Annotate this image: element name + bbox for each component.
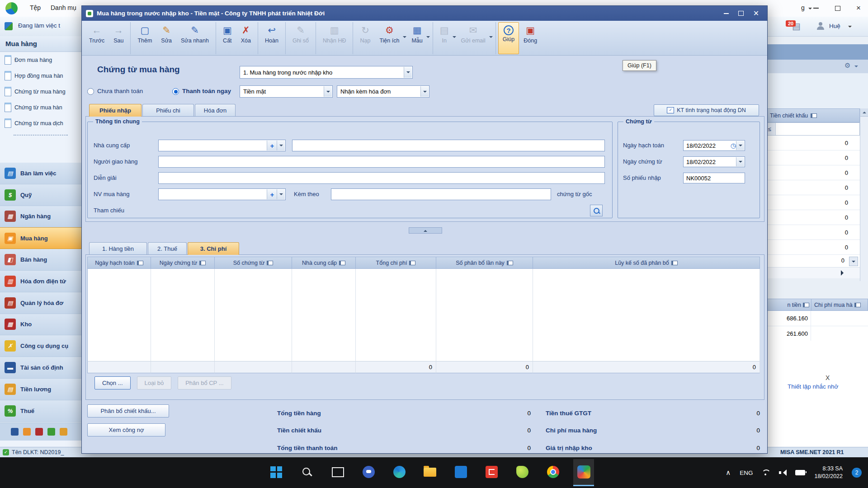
discount-column-header[interactable]: Tiền chiết khấu xyxy=(763,108,860,122)
gear-icon[interactable]: ⚙ xyxy=(844,61,850,70)
pay-later-label[interactable]: Chưa thanh toán xyxy=(97,88,143,94)
pay-later-radio[interactable] xyxy=(87,88,94,95)
tab-phieu-chi[interactable]: Phiếu chi xyxy=(142,104,194,117)
sidebar-link[interactable]: Chứng từ mua hàn xyxy=(0,99,81,115)
pay-now-radio[interactable] xyxy=(172,88,179,95)
chon-button[interactable]: Chọn ... xyxy=(94,376,131,389)
play-right-icon[interactable] xyxy=(841,270,846,276)
chevron-down-icon[interactable] xyxy=(324,86,332,97)
grid-icon[interactable] xyxy=(11,428,19,436)
pin-icon[interactable] xyxy=(803,303,809,307)
battery-icon[interactable] xyxy=(795,470,805,475)
main-minimize-button[interactable] xyxy=(809,3,823,14)
column-header[interactable]: Ngày hạch toán xyxy=(87,257,151,269)
menu-tep[interactable]: Tệp xyxy=(30,4,41,11)
sidebar-link[interactable]: Đơn mua hàng xyxy=(0,52,81,68)
back-button[interactable]: ← Trước xyxy=(85,22,109,54)
add-buyer-button[interactable]: + xyxy=(267,189,277,199)
sidebar-module-quan-ly-hoa-don[interactable]: ▤ Quản lý hóa đơ xyxy=(0,292,81,314)
coin-icon[interactable] xyxy=(47,428,55,436)
posting-date-picker[interactable]: 18/02/2022 ◷ xyxy=(683,140,745,151)
utilities-button[interactable]: ⚙ Tiện ích xyxy=(375,22,407,54)
collapse-header-button[interactable] xyxy=(409,227,442,234)
sidebar-module-ban-hang[interactable]: ◧ Bán hàng xyxy=(0,249,81,271)
user-icon[interactable] xyxy=(60,428,67,436)
column-header[interactable]: Số phân bổ lần này xyxy=(436,257,533,269)
chevron-down-icon[interactable] xyxy=(736,141,744,150)
chevron-down-icon[interactable] xyxy=(854,66,858,69)
quick-edit-button[interactable]: ✎ Sửa nhanh xyxy=(176,22,213,54)
pin-icon[interactable] xyxy=(267,261,273,265)
tab-phieu-nhap[interactable]: Phiếu nhập xyxy=(89,104,142,117)
tray-expand-icon[interactable]: ∧ xyxy=(726,469,731,477)
chevron-down-icon[interactable] xyxy=(736,157,744,166)
dialog-maximize-button[interactable] xyxy=(734,8,747,19)
undo-button[interactable]: ↩ Hoàn xyxy=(260,22,283,54)
language-indicator[interactable]: ENG xyxy=(740,469,753,476)
supplier-name-input[interactable] xyxy=(292,140,605,151)
allocate-discount-button[interactable]: Phân bổ chiết khấu... xyxy=(87,404,169,418)
view-debt-button[interactable]: Xem công nợ xyxy=(87,423,165,436)
send-email-button[interactable]: ✉ Gửi email xyxy=(457,22,493,54)
invoice-mode-select[interactable]: Nhận kèm hóa đơn xyxy=(337,85,429,98)
vertical-scrollbar[interactable] xyxy=(860,108,868,281)
book-icon[interactable] xyxy=(35,428,43,436)
chevron-down-icon[interactable] xyxy=(848,26,852,29)
column-header[interactable]: Tổng chi phí xyxy=(356,257,436,269)
discount-value-cell[interactable]: 0 xyxy=(763,240,860,255)
sidebar-link[interactable]: Hợp đồng mua hàn xyxy=(0,68,81,84)
sidebar-module-mua-hang[interactable]: ▣ Mua hàng xyxy=(0,227,81,249)
add-button[interactable]: ▢ Thêm xyxy=(133,22,156,54)
discount-value-cell[interactable]: 0 xyxy=(763,180,860,195)
menu-danh-muc[interactable]: Danh mụ xyxy=(51,4,76,11)
pin-icon[interactable] xyxy=(409,261,415,265)
dropdown-caret-icon[interactable] xyxy=(426,36,430,40)
cost-table-body[interactable] xyxy=(87,269,760,361)
doc-date-picker[interactable]: 18/02/2022 xyxy=(683,156,745,167)
user-name[interactable]: Huệ xyxy=(829,23,840,29)
discount-extra-row[interactable]: 0 xyxy=(763,255,860,267)
save-button[interactable]: ▣ Cất xyxy=(218,22,236,54)
discount-filter-row[interactable]: ≤ xyxy=(763,122,860,136)
chevron-down-icon[interactable] xyxy=(420,86,429,97)
dialog-close-button[interactable]: ✕ xyxy=(750,8,763,19)
forward-button[interactable]: → Sau xyxy=(109,22,128,54)
buyer-combo[interactable]: + xyxy=(158,188,286,200)
sidebar-module-tai-san-co-dinh[interactable]: ▬ Tài sản cố định xyxy=(0,357,81,379)
sidebar-module-hoa-don-dien-tu[interactable]: ▥ Hóa đơn điện tử xyxy=(0,271,81,292)
pin-icon[interactable] xyxy=(339,261,345,265)
scroll-up-button[interactable] xyxy=(860,108,868,117)
dropdown-caret-icon[interactable] xyxy=(489,36,493,40)
phan-bo-cp-button[interactable]: Phân bổ CP ... xyxy=(178,376,231,389)
receipt-no-input[interactable]: NK00052 xyxy=(683,173,745,183)
kt-status-button[interactable]: ✓ KT tình trạng hoạt động DN xyxy=(654,104,759,116)
subtab-thue[interactable]: 2. Thuế xyxy=(148,242,187,255)
speaker-icon[interactable] xyxy=(779,469,786,476)
supplier-combo[interactable]: + xyxy=(158,140,286,151)
dialog-titlebar[interactable]: Mua hàng trong nước nhập kho - Tiền mặt … xyxy=(82,6,767,21)
column-header[interactable]: Nhà cung cấp xyxy=(292,257,356,269)
dropdown-button[interactable] xyxy=(849,257,858,266)
reminder-settings-link[interactable]: Thiết lập nhắc nhở xyxy=(788,383,838,390)
pay-now-label[interactable]: Thanh toán ngay xyxy=(182,88,231,94)
payment-method-select[interactable]: Tiền mặt xyxy=(240,85,333,98)
delete-button[interactable]: ✗ Xóa xyxy=(236,22,255,54)
column-header[interactable]: Ngày chứng từ xyxy=(151,257,215,269)
main-close-button[interactable]: × xyxy=(852,3,865,14)
loai-bo-button[interactable]: Loại bỏ xyxy=(137,376,172,389)
sidebar-module-ban-lam-viec[interactable]: ▤ Bàn làm việc xyxy=(0,163,81,184)
pin-icon[interactable] xyxy=(507,261,513,265)
close-doc-button[interactable]: ▣ Đóng xyxy=(519,22,542,54)
sidebar-module-cong-cu-dung-cu[interactable]: ✗ Công cụ dụng cụ xyxy=(0,335,81,357)
dropdown-caret-icon[interactable] xyxy=(403,36,406,40)
wifi-icon[interactable] xyxy=(762,469,770,476)
print-button[interactable]: ▤ In xyxy=(435,22,457,54)
sidebar-link[interactable]: Chứng từ mua hàng xyxy=(0,84,81,99)
add-supplier-button[interactable]: + xyxy=(267,141,277,150)
reference-zoom-button[interactable] xyxy=(590,205,603,216)
sidebar-module-quy[interactable]: $ Quỹ xyxy=(0,184,81,206)
tab-hoa-don[interactable]: Hóa đơn xyxy=(195,104,236,117)
discount-value-cell[interactable]: 0 xyxy=(763,225,860,240)
subtab-hang-tien[interactable]: 1. Hàng tiền xyxy=(89,242,147,255)
chevron-down-icon[interactable] xyxy=(404,67,412,78)
